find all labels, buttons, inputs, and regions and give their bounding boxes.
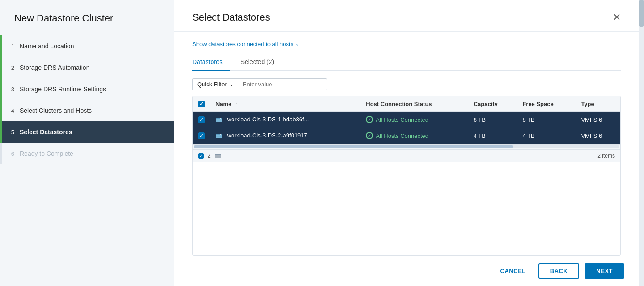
tab-datastores[interactable]: Datastores <box>192 55 230 71</box>
main-title: Select Datastores <box>192 12 270 23</box>
sidebar: New Datastore Cluster 1 Name and Locatio… <box>0 0 174 286</box>
row1-free-space: 8 TB <box>517 112 576 128</box>
row1-checkbox-cell: ✓ <box>193 112 210 128</box>
tabs: Datastores Selected (2) <box>192 55 621 71</box>
scrollbar-thumb <box>639 0 644 27</box>
next-button[interactable]: NEXT <box>585 263 624 279</box>
datastores-table-element: ✓ Name ↑ Host Connection Status <box>193 96 620 144</box>
chevron-down-icon: ⌄ <box>295 41 299 47</box>
row1-capacity: 8 TB <box>468 112 517 128</box>
table-row[interactable]: ✓ <box>193 112 620 128</box>
table-body: ✓ <box>193 112 620 144</box>
step-number-6: 6 <box>2 150 20 157</box>
step-label-6: Ready to Complete <box>20 150 73 157</box>
step-label-5: Select Datastores <box>20 128 72 136</box>
header-capacity: Capacity <box>468 96 517 112</box>
row1-checkbox[interactable]: ✓ <box>198 116 205 123</box>
filter-label: Show datastores connected to all hosts <box>192 41 293 47</box>
header-free-space: Free Space <box>517 96 576 112</box>
svg-rect-5 <box>216 134 222 135</box>
svg-rect-1 <box>216 118 222 119</box>
row2-free-space: 4 TB <box>517 128 576 144</box>
step-label-3: Storage DRS Runtime Settings <box>20 85 106 93</box>
main-header: Select Datastores ✕ <box>174 0 639 32</box>
header-checkbox-cell: ✓ <box>193 96 210 112</box>
quick-filter-select[interactable]: Quick Filter ⌄ <box>192 78 238 90</box>
svg-point-3 <box>220 118 221 119</box>
row1-name: workload-Cls-3-DS-1-bdab86f... <box>210 112 360 128</box>
row2-type: VMFS 6 <box>576 128 620 144</box>
tab-selected[interactable]: Selected (2) <box>241 55 281 71</box>
sidebar-step-6[interactable]: 6 Ready to Complete <box>0 143 174 164</box>
step-label-2: Storage DRS Automation <box>20 64 89 71</box>
row2-status-text: All Hosts Connected <box>376 132 428 139</box>
header-type: Type <box>576 96 620 112</box>
sidebar-step-5[interactable]: 5 Select Datastores <box>0 121 174 143</box>
item-count: 2 items <box>597 153 615 159</box>
scrollbar-thumb <box>194 145 513 148</box>
step-number-5: 5 <box>2 129 20 136</box>
quick-filter-input[interactable] <box>238 78 327 90</box>
select-all-checkbox[interactable]: ✓ <box>198 101 205 107</box>
row2-status: ✓ All Hosts Connected <box>360 128 468 144</box>
step-number-2: 2 <box>2 64 20 71</box>
steps-list: 1 Name and Location 2 Storage DRS Automa… <box>0 35 174 164</box>
step-number-1: 1 <box>2 43 20 50</box>
row1-status: ✓ All Hosts Connected <box>360 112 468 128</box>
vertical-scrollbar[interactable] <box>639 0 644 286</box>
table-row[interactable]: ✓ <box>193 128 620 144</box>
sidebar-step-2[interactable]: 2 Storage DRS Automation <box>0 57 174 78</box>
quick-filter-label: Quick Filter <box>197 81 227 88</box>
row2-checkbox-cell: ✓ <box>193 128 210 144</box>
datastores-table: ✓ Name ↑ Host Connection Status <box>192 96 621 256</box>
close-button[interactable]: ✕ <box>609 11 624 24</box>
row1-type: VMFS 6 <box>576 112 620 128</box>
quick-filter-row: Quick Filter ⌄ <box>192 78 621 90</box>
sidebar-step-1[interactable]: 1 Name and Location <box>0 35 174 57</box>
status-connected-icon: ✓ <box>366 132 373 139</box>
footer-checkbox[interactable]: ✓ <box>198 153 204 159</box>
back-button[interactable]: BACK <box>538 263 580 279</box>
datastore-icon <box>216 132 223 140</box>
sidebar-step-3[interactable]: 3 Storage DRS Runtime Settings <box>0 78 174 100</box>
main-content: Select Datastores ✕ Show datastores conn… <box>174 0 639 286</box>
filter-row: Show datastores connected to all hosts ⌄ <box>192 41 621 47</box>
scrollbar-track <box>194 145 619 148</box>
horizontal-scrollbar[interactable] <box>193 144 620 149</box>
status-connected-icon: ✓ <box>366 116 373 123</box>
row2-checkbox[interactable]: ✓ <box>198 132 205 139</box>
header-name[interactable]: Name ↑ <box>210 96 360 112</box>
filter-dropdown[interactable]: Show datastores connected to all hosts ⌄ <box>192 41 299 47</box>
sort-icon: ↑ <box>235 102 237 107</box>
step-number-4: 4 <box>2 107 20 114</box>
table-footer: ✓ 2 2 items <box>193 149 620 162</box>
step-number-3: 3 <box>2 86 20 93</box>
chevron-down-icon: ⌄ <box>229 81 233 87</box>
sidebar-step-4[interactable]: 4 Select Clusters and Hosts <box>0 100 174 121</box>
datastore-icon <box>216 116 223 124</box>
header-host-connection-status: Host Connection Status <box>360 96 468 112</box>
row2-name: workload-Cls-3-DS-2-a9f01917... <box>210 128 360 144</box>
sidebar-title: New Datastore Cluster <box>0 0 174 35</box>
step-label-1: Name and Location <box>20 43 74 50</box>
row2-capacity: 4 TB <box>468 128 517 144</box>
row1-status-text: All Hosts Connected <box>376 116 428 123</box>
svg-rect-9 <box>215 154 221 155</box>
footer-left: ✓ 2 <box>198 153 221 159</box>
footer-icon <box>214 153 221 159</box>
table-header-row: ✓ Name ↑ Host Connection Status <box>193 96 620 112</box>
dialog-footer: CANCEL BACK NEXT <box>174 256 639 286</box>
step-label-4: Select Clusters and Hosts <box>20 107 92 114</box>
svg-point-7 <box>220 134 221 135</box>
cancel-button[interactable]: CANCEL <box>493 264 533 278</box>
new-datastore-cluster-dialog: New Datastore Cluster 1 Name and Locatio… <box>0 0 644 286</box>
main-body: Show datastores connected to all hosts ⌄… <box>174 32 639 256</box>
